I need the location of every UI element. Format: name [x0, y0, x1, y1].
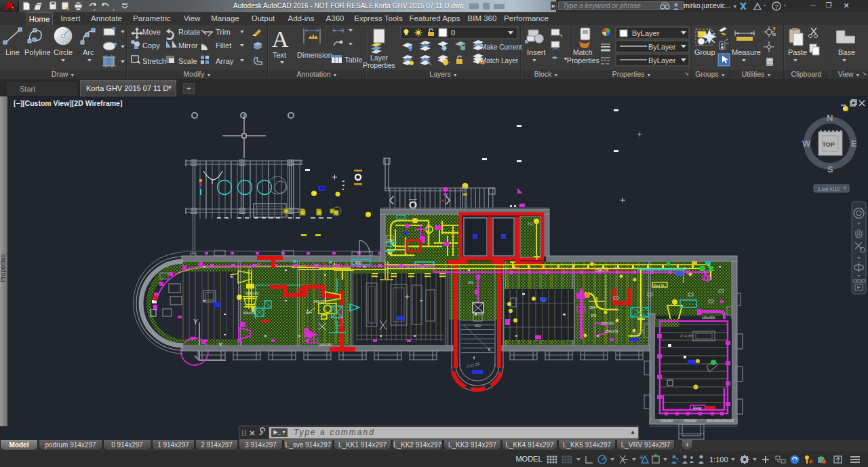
svg-text:Measure: Measure — [732, 48, 761, 56]
svg-text:302: 302 — [475, 324, 481, 328]
svg-text:∅42.38: ∅42.38 — [466, 362, 481, 369]
svg-text:N: N — [827, 113, 833, 123]
svg-text:300: 300 — [355, 261, 362, 265]
svg-text:Mirror: Mirror — [178, 41, 198, 50]
svg-text:1:100: 1:100 — [709, 455, 728, 464]
svg-text:Paste: Paste — [788, 48, 807, 56]
svg-text:Arc: Arc — [83, 48, 94, 56]
svg-text:1.kat 4110: 1.kat 4110 — [818, 187, 840, 191]
svg-text:365x100: 365x100 — [601, 321, 614, 325]
svg-text:Copy: Copy — [142, 41, 160, 50]
svg-text:T11: T11 — [528, 222, 533, 226]
svg-text:Properties: Properties — [567, 56, 599, 64]
svg-text:Group: Group — [694, 48, 715, 56]
svg-text:ByLayer: ByLayer — [648, 43, 676, 51]
svg-text:200x250: 200x250 — [319, 343, 332, 347]
svg-text:375: 375 — [591, 314, 597, 318]
svg-text:25x178: 25x178 — [653, 284, 665, 288]
svg-text:Make Current: Make Current — [481, 43, 522, 51]
svg-text:Stretch: Stretch — [142, 57, 166, 65]
svg-text:ByLayer: ByLayer — [632, 29, 660, 37]
svg-text:354: 354 — [589, 305, 595, 310]
svg-text:301: 301 — [468, 280, 474, 284]
svg-text:TOP: TOP — [823, 141, 835, 148]
svg-text:0: 0 — [451, 29, 455, 37]
svg-text:100x300: 100x300 — [660, 419, 673, 423]
svg-text:Move: Move — [142, 28, 161, 36]
svg-text:Polyline: Polyline — [24, 48, 51, 56]
svg-text:Array: Array — [216, 57, 234, 65]
svg-text:254x178: 254x178 — [595, 268, 608, 272]
svg-text:343x250: 343x250 — [313, 299, 326, 303]
svg-text:Match: Match — [573, 48, 593, 56]
svg-text:Match Layer: Match Layer — [481, 57, 519, 64]
svg-text:ByLayer: ByLayer — [648, 56, 676, 64]
svg-text:A: A — [272, 26, 289, 52]
svg-text:Relay: Relay — [693, 406, 702, 410]
svg-text:?: ? — [775, 3, 778, 10]
svg-text:Dimension: Dimension — [297, 51, 332, 59]
svg-text:Scale: Scale — [178, 57, 197, 65]
svg-text:700x300: 700x300 — [684, 419, 696, 423]
svg-text:Trim: Trim — [216, 28, 231, 36]
svg-text:Circle: Circle — [54, 48, 73, 56]
svg-text:254x178: 254x178 — [605, 329, 618, 333]
svg-text:E: E — [851, 138, 857, 149]
svg-text:Insert: Insert — [527, 48, 546, 56]
svg-text:Fillet: Fillet — [216, 41, 231, 50]
svg-text:W: W — [802, 138, 811, 149]
svg-text:Line: Line — [5, 48, 20, 56]
svg-text:914x100: 914x100 — [245, 291, 258, 295]
svg-text:Y: Y — [193, 318, 198, 326]
svg-text:Properties: Properties — [363, 61, 395, 69]
svg-text:∅ H.88: ∅ H.88 — [679, 334, 693, 338]
svg-text:S: S — [827, 164, 833, 174]
svg-text:300x300x200x300: 300x300x200x300 — [707, 419, 734, 423]
svg-text:304x100: 304x100 — [243, 311, 256, 315]
svg-text:Text: Text — [273, 51, 286, 59]
svg-text:Rotate: Rotate — [178, 28, 200, 36]
svg-text:304: 304 — [387, 238, 393, 242]
svg-text:Table: Table — [344, 56, 362, 64]
svg-text:Base: Base — [838, 48, 855, 56]
